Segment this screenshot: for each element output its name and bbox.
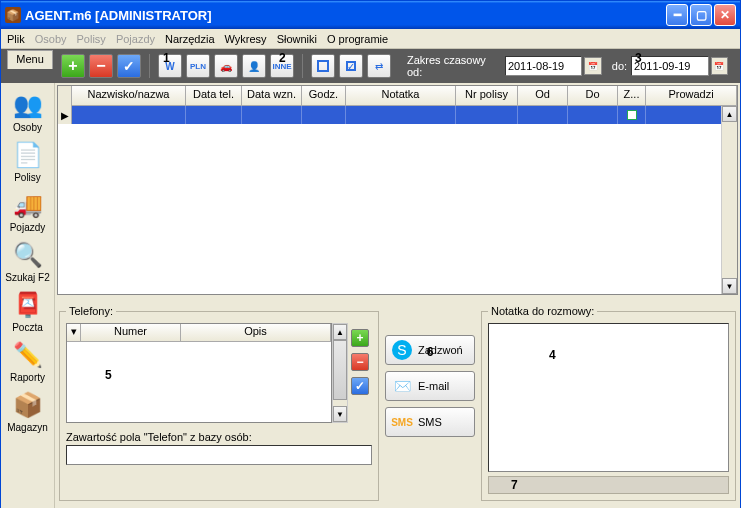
hint-3: 3: [635, 51, 642, 65]
menu-narzedzia[interactable]: Narzędzia: [165, 33, 215, 45]
sidebar-item-osoby[interactable]: 👥 Osoby: [4, 87, 52, 135]
menu-tab[interactable]: Menu: [7, 50, 53, 69]
date-from-picker[interactable]: 📅: [584, 57, 601, 75]
scroll-up-icon[interactable]: ▲: [722, 106, 737, 122]
confirm-button[interactable]: ✓: [117, 54, 141, 78]
row-checkbox[interactable]: [627, 110, 637, 120]
telefony-legend: Telefony:: [66, 305, 116, 317]
col-notatka[interactable]: Notatka: [346, 86, 456, 105]
hint-2: 2: [279, 51, 286, 65]
hint-4: 4: [549, 348, 556, 362]
phones-grid[interactable]: ▾ Numer Opis 5: [66, 323, 332, 423]
sidebar-item-pojazdy[interactable]: 🚚 Pojazdy: [4, 187, 52, 235]
swap-icon: ⇄: [375, 61, 383, 72]
menubar: Plik Osoby Polisy Pojazdy Narzędzia Wykr…: [1, 29, 740, 49]
mode-square[interactable]: [311, 54, 335, 78]
window-title: AGENT.m6 [ADMINISTRATOR]: [25, 8, 666, 23]
sidebar-label-szukaj: Szukaj F2: [5, 272, 49, 283]
phone-remove-button[interactable]: −: [351, 353, 369, 371]
remove-button[interactable]: −: [89, 54, 113, 78]
date-from-input[interactable]: 2011-08-19: [505, 56, 582, 76]
truck-icon: 🚚: [12, 189, 44, 221]
car-icon: 🚗: [220, 61, 232, 72]
scroll-up-icon[interactable]: ▲: [333, 324, 347, 340]
col-datatel[interactable]: Data tel.: [186, 86, 242, 105]
search-icon: 🔍: [12, 239, 44, 271]
mode-check[interactable]: ✓: [339, 54, 363, 78]
sidebar-label-poczta: Poczta: [12, 322, 43, 333]
col-z[interactable]: Z...: [618, 86, 646, 105]
email-button[interactable]: ✉️ E-mail: [385, 371, 475, 401]
range-from-label: Zakres czasowy od:: [407, 54, 501, 78]
sidebar-item-szukaj[interactable]: 🔍 Szukaj F2: [4, 237, 52, 285]
telefony-group: Telefony: ▾ Numer Opis 5: [59, 305, 379, 501]
menu-slowniki[interactable]: Słowniki: [277, 33, 317, 45]
maximize-button[interactable]: ▢: [690, 4, 712, 26]
box-icon: 📦: [12, 389, 44, 421]
menu-plik[interactable]: Plik: [7, 33, 25, 45]
sidebar-label-pojazdy: Pojazdy: [10, 222, 46, 233]
col-godz[interactable]: Godz.: [302, 86, 346, 105]
grid-scrollbar[interactable]: ▲ ▼: [721, 106, 737, 294]
menu-wykresy[interactable]: Wykresy: [225, 33, 267, 45]
notatka-group: Notatka do rozmowy: 4 7: [481, 305, 736, 501]
skype-icon: S: [392, 340, 412, 360]
toolbar: + − ✓ W PLN 🚗 👤 INNE ✓ ⇄ Zakres czasowy …: [1, 49, 740, 83]
hint-5: 5: [105, 368, 112, 382]
col-nazwisko[interactable]: Nazwisko/nazwa: [72, 86, 186, 105]
person-icon: 👤: [248, 61, 260, 72]
add-button[interactable]: +: [61, 54, 85, 78]
sms-icon: SMS: [392, 412, 412, 432]
scroll-down-icon[interactable]: ▼: [333, 406, 347, 422]
menu-polisy: Polisy: [77, 33, 106, 45]
mail-icon: 📮: [12, 289, 44, 321]
filter-car[interactable]: 🚗: [214, 54, 238, 78]
people-icon: 👥: [12, 89, 44, 121]
col-prowadzi[interactable]: Prowadzi: [646, 86, 737, 105]
sidebar-label-polisy: Polisy: [14, 172, 41, 183]
col-nrpolisy[interactable]: Nr polisy: [456, 86, 518, 105]
titlebar: 📦 AGENT.m6 [ADMINISTRATOR] ━ ▢ ✕: [1, 1, 740, 29]
filter-w[interactable]: W: [158, 54, 182, 78]
hint-7: 7: [511, 478, 518, 492]
scroll-down-icon[interactable]: ▼: [722, 278, 737, 294]
sidebar: 👥 Osoby 📄 Polisy 🚚 Pojazdy 🔍 Szukaj F2 📮…: [1, 83, 55, 508]
sms-button[interactable]: SMS SMS: [385, 407, 475, 437]
col-numer[interactable]: Numer: [81, 324, 181, 341]
sidebar-item-magazyn[interactable]: 📦 Magazyn: [4, 387, 52, 435]
sidebar-item-poczta[interactable]: 📮 Poczta: [4, 287, 52, 335]
date-to-picker[interactable]: 📅: [711, 57, 728, 75]
menu-pojazdy: Pojazdy: [116, 33, 155, 45]
phone-confirm-button[interactable]: ✓: [351, 377, 369, 395]
date-to-input[interactable]: 2011-09-19: [631, 56, 708, 76]
document-icon: 📄: [12, 139, 44, 171]
table-row[interactable]: ▶: [58, 106, 737, 124]
sms-label: SMS: [418, 416, 442, 428]
col-od[interactable]: Od: [518, 86, 568, 105]
filter-person[interactable]: 👤: [242, 54, 266, 78]
col-do[interactable]: Do: [568, 86, 618, 105]
phones-scrollbar[interactable]: ▲ ▼: [332, 323, 348, 423]
sidebar-item-raporty[interactable]: ✏️ Raporty: [4, 337, 52, 385]
note-status: 7: [488, 476, 729, 494]
hint-6: 6: [427, 345, 434, 359]
col-datawzn[interactable]: Data wzn.: [242, 86, 302, 105]
sidebar-label-raporty: Raporty: [10, 372, 45, 383]
phone-add-button[interactable]: +: [351, 329, 369, 347]
sidebar-label-osoby: Osoby: [13, 122, 42, 133]
envelope-icon: ✉️: [392, 376, 412, 396]
pencil-icon: ✏️: [12, 339, 44, 371]
zaw-input[interactable]: [66, 445, 372, 465]
mode-swap[interactable]: ⇄: [367, 54, 391, 78]
sidebar-item-polisy[interactable]: 📄 Polisy: [4, 137, 52, 185]
main-grid[interactable]: Nazwisko/nazwa Data tel. Data wzn. Godz.…: [57, 85, 738, 295]
notatka-legend: Notatka do rozmowy:: [488, 305, 597, 317]
minimize-button[interactable]: ━: [666, 4, 688, 26]
menu-oprogramie[interactable]: O programie: [327, 33, 388, 45]
close-button[interactable]: ✕: [714, 4, 736, 26]
email-label: E-mail: [418, 380, 449, 392]
sidebar-label-magazyn: Magazyn: [7, 422, 48, 433]
col-opis[interactable]: Opis: [181, 324, 331, 341]
note-textarea[interactable]: 4: [488, 323, 729, 472]
filter-pln[interactable]: PLN: [186, 54, 210, 78]
